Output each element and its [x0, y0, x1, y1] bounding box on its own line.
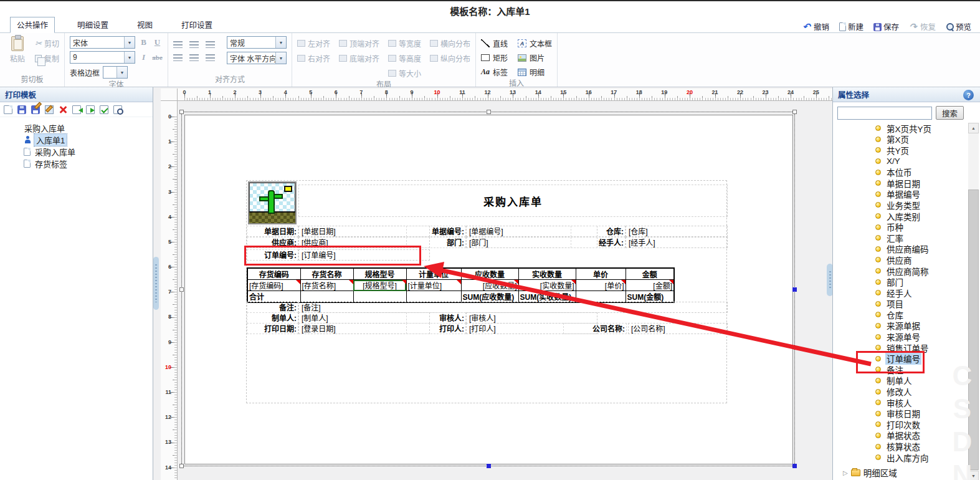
detail-header-cell[interactable]: 规格型号 [353, 268, 406, 280]
text-style-select[interactable]: 常规 [227, 36, 287, 49]
left-splitter-handle[interactable] [153, 257, 159, 310]
property-item[interactable]: 部门 [833, 276, 980, 287]
align-middle-icon[interactable] [189, 41, 199, 48]
detail-data-cell[interactable]: [存货名称] [300, 280, 353, 291]
align-right-icon[interactable] [206, 54, 215, 61]
align-bottom-icon[interactable] [206, 41, 215, 48]
tree-item-selected[interactable]: 入库单1 [0, 134, 153, 145]
strikethrough-button[interactable]: abe [152, 52, 163, 63]
layout-align-left-button[interactable]: 左对齐 [297, 38, 330, 49]
align-top-icon[interactable] [173, 41, 183, 48]
tree-item[interactable]: 存货标签 [0, 158, 153, 169]
detail-data-cell[interactable]: [应收数量] [461, 280, 518, 291]
document-form[interactable]: 采购入库单 单据日期: [单据日期] 单据编号: [单据编号] 仓库: [仓库]… [246, 180, 727, 403]
detail-data-cell[interactable]: [单价] [576, 280, 626, 291]
property-item[interactable]: 共Y页 [833, 145, 980, 156]
property-item[interactable]: 本位币 [833, 166, 980, 178]
insert-detail-button[interactable]: 明细 [518, 67, 552, 77]
template-toolbar-button[interactable] [44, 104, 55, 115]
menu-tab[interactable]: 打印设置 [175, 17, 219, 32]
property-item[interactable]: 来源单据 [833, 320, 980, 332]
template-toolbar-button[interactable] [85, 104, 96, 115]
font-size-select[interactable]: 9 [70, 51, 135, 64]
field-label[interactable]: 单据编号: [406, 226, 466, 237]
design-canvas[interactable]: 0123456789101112131415161718192021222324… [153, 87, 832, 480]
property-item[interactable]: 经手人 [833, 287, 980, 299]
detail-header-cell[interactable]: 计量单位 [406, 268, 461, 280]
resize-handle[interactable] [179, 287, 184, 292]
layout-align-bottom-button[interactable]: 底端对齐 [339, 53, 379, 64]
font-family-select[interactable]: 宋体 [70, 36, 135, 49]
property-item[interactable]: 第X页共Y页 [833, 123, 980, 134]
insert-image-button[interactable]: 图片 [518, 52, 552, 63]
field-label[interactable]: 经手人: [571, 237, 626, 248]
field-value[interactable]: [仓库] [626, 226, 728, 237]
menu-tab[interactable]: 明细设置 [71, 17, 115, 32]
detail-header-cell[interactable]: 应收数量 [461, 268, 518, 280]
insert-rectangle-button[interactable]: 矩形 [481, 52, 508, 63]
field-label[interactable]: 仓库: [571, 226, 626, 237]
resize-handle[interactable] [792, 287, 797, 292]
bold-button[interactable]: B [138, 37, 149, 48]
menu-tab[interactable]: 公共操作 [10, 17, 55, 33]
property-item[interactable]: 供应商编码 [833, 244, 980, 255]
copy-button[interactable]: 复制 [35, 53, 59, 64]
detail-data-cell[interactable]: [实收数量] [518, 280, 576, 291]
field-value[interactable]: [经手人] [626, 237, 728, 248]
cut-button[interactable]: 剪切 [35, 38, 59, 49]
field-label[interactable]: 单据日期: [247, 226, 298, 237]
quick-action-button[interactable]: 新建 [839, 21, 863, 32]
help-icon[interactable] [963, 90, 974, 100]
align-center-icon[interactable] [189, 54, 199, 61]
search-button[interactable]: 搜索 [936, 106, 964, 120]
underline-button[interactable]: U [152, 37, 163, 48]
field-label[interactable]: 审核人: [406, 312, 466, 324]
order-number-value[interactable]: [订单编号] [298, 249, 430, 261]
layout-align-right-button[interactable]: 右对齐 [297, 53, 330, 64]
detail-total-cell[interactable] [353, 291, 406, 303]
property-item[interactable]: 来源单号 [833, 331, 980, 342]
field-label[interactable]: 打印日期: [247, 323, 298, 334]
detail-data-cell[interactable]: [存货编码] [247, 280, 300, 291]
template-toolbar-button[interactable] [98, 104, 110, 115]
expander-icon[interactable]: ▷ [843, 469, 848, 476]
detail-total-cell[interactable] [300, 291, 353, 303]
property-item[interactable]: 备注 [833, 364, 980, 375]
property-item[interactable]: X/Y [833, 156, 980, 167]
property-item[interactable]: 制单人 [833, 375, 980, 386]
quick-action-button[interactable]: 保存 [873, 21, 899, 32]
right-splitter-handle[interactable] [827, 264, 832, 296]
scroll-up-icon[interactable]: ▲ [968, 123, 979, 133]
quick-action-button[interactable]: 撤销 [802, 21, 829, 32]
detail-data-cell[interactable]: [规格型号] [353, 280, 406, 291]
field-label[interactable]: 制单人: [247, 312, 298, 324]
template-toolbar-button[interactable] [2, 104, 14, 115]
detail-area-folder[interactable]: ▷ 明细区域 [833, 467, 897, 478]
field-value[interactable]: [公司名称] [628, 323, 728, 334]
property-item[interactable]: 审核人 [833, 397, 980, 408]
detail-data-cell[interactable]: [金额] [626, 280, 674, 291]
template-toolbar-button[interactable] [16, 104, 27, 115]
italic-button[interactable]: I [138, 52, 149, 63]
detail-header-cell[interactable]: 单价 [576, 268, 626, 280]
property-item[interactable]: 入库类别 [833, 211, 980, 222]
insert-textbox-button[interactable]: 文本框 [518, 38, 552, 49]
template-toolbar-button[interactable] [57, 104, 69, 115]
detail-data-cell[interactable]: [计量单位] [406, 280, 461, 291]
property-item[interactable]: 第X页 [833, 134, 980, 145]
resize-handle[interactable] [792, 110, 797, 114]
text-direction-select[interactable]: 字体 水平方向 [227, 52, 287, 64]
company-logo-image[interactable] [248, 181, 297, 224]
detail-header-cell[interactable]: 实收数量 [518, 268, 576, 280]
property-item[interactable]: 仓库 [833, 309, 980, 320]
property-item[interactable]: 打印次数 [833, 419, 980, 430]
detail-header-cell[interactable]: 金额 [626, 268, 674, 280]
detail-total-cell[interactable] [576, 291, 626, 303]
align-left-icon[interactable] [173, 54, 183, 61]
property-item[interactable]: 供应商简称 [833, 266, 980, 277]
property-item[interactable]: 销售订单号 [833, 342, 980, 353]
property-item[interactable]: 核算状态 [833, 441, 980, 452]
detail-total-cell[interactable]: SUM(实收数量) [518, 291, 576, 303]
equal-height-button[interactable]: 等高度 [388, 53, 421, 64]
search-input[interactable] [837, 107, 932, 120]
